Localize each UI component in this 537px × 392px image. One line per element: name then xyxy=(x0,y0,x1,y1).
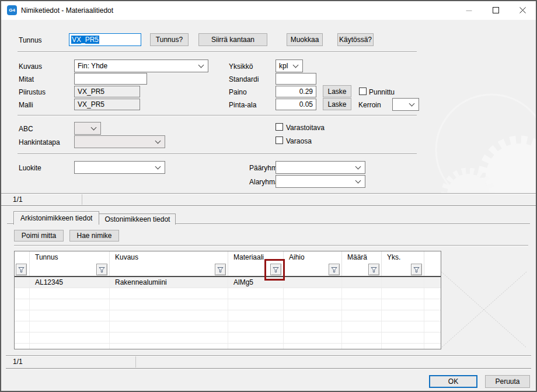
table-cell xyxy=(342,344,382,349)
table-cell xyxy=(15,277,30,288)
tab-arkistonimikkeen-tiedot[interactable]: Arkistonimikkeen tiedot xyxy=(13,211,99,225)
kerroin-select[interactable] xyxy=(392,98,419,111)
filter-button-Materiaali[interactable] xyxy=(270,264,281,275)
tab-ostonimikkeen-tiedot[interactable]: Ostonimikkeen tiedot xyxy=(99,214,176,225)
piirustus-field: VX_PR5 xyxy=(74,86,140,97)
poimi-mitta-button[interactable]: Poimi mitta xyxy=(14,230,64,242)
hankintatapa-select[interactable] xyxy=(74,135,165,148)
tunnus-help-button[interactable]: Tunnus? xyxy=(150,33,189,46)
table-cell xyxy=(30,288,110,299)
mitat-input[interactable] xyxy=(74,73,147,85)
chevron-down-icon xyxy=(355,178,361,184)
tunnus-input[interactable]: VX_PR5 xyxy=(69,33,141,46)
alaryhma-select[interactable] xyxy=(276,175,365,188)
items-table: TunnusKuvausMateriaaliAihioMääräYks. AL1… xyxy=(14,251,441,349)
titlebar: G4 Nimiketiedot - Materiaalitiedot xyxy=(1,1,536,20)
transfer-to-db-button[interactable]: Siirrä kantaan xyxy=(198,33,267,46)
varastoitava-checkbox[interactable] xyxy=(276,123,283,131)
table-cell xyxy=(284,332,342,343)
luokite-select[interactable] xyxy=(74,161,165,174)
table-cell xyxy=(110,288,228,299)
minimize-button[interactable] xyxy=(455,1,482,19)
in-use-button[interactable]: Käytössä? xyxy=(337,33,374,46)
varaosa-checkbox[interactable] xyxy=(276,136,283,144)
column-header-Yks.: Yks. xyxy=(382,251,424,263)
filter-button-Aihio[interactable] xyxy=(329,264,340,275)
filter-button-selector[interactable] xyxy=(16,264,27,275)
pinta-ala-input[interactable] xyxy=(276,99,316,110)
table-cell xyxy=(228,299,284,310)
filter-button-Tunnus[interactable] xyxy=(96,264,107,275)
window-controls xyxy=(455,1,536,19)
table-cell xyxy=(30,310,110,321)
standardi-input[interactable] xyxy=(276,73,316,85)
ok-button[interactable]: OK xyxy=(429,375,477,388)
tunnus-label: Tunnus xyxy=(19,36,42,44)
paino-label: Paino xyxy=(229,88,247,96)
filter-button-Määrä[interactable] xyxy=(368,264,379,275)
laske-paino-button[interactable]: Laske xyxy=(323,85,351,97)
maximize-icon xyxy=(493,7,499,13)
yksikko-select[interactable]: kpl xyxy=(276,60,303,72)
table-row[interactable]: AL12345RakennealumiiniAlMg5 xyxy=(15,277,441,288)
table-cell xyxy=(382,299,424,310)
table-cell xyxy=(342,299,382,310)
gears-watermark xyxy=(381,71,536,206)
abc-select[interactable] xyxy=(74,122,101,135)
tab-label: Arkistonimikkeen tiedot xyxy=(20,214,92,222)
table-cell: AL12345 xyxy=(30,277,110,288)
punnittu-checkbox[interactable] xyxy=(359,88,367,95)
alaryhma-label: Alaryhmä xyxy=(249,178,279,186)
table-row xyxy=(15,310,441,321)
column-header-Materiaali: Materiaali xyxy=(228,251,284,263)
column-header-Aihio: Aihio xyxy=(284,251,342,263)
page-title: Nimiketiedot - Materiaalitiedot xyxy=(21,1,113,20)
filter-cell xyxy=(110,263,228,276)
table-cell xyxy=(382,310,424,321)
column-header-selector xyxy=(15,251,30,263)
table-cell xyxy=(382,332,424,343)
table-cell xyxy=(30,332,110,343)
edit-button[interactable]: Muokkaa xyxy=(287,33,323,46)
table-cell xyxy=(110,332,228,343)
filter-icon xyxy=(371,267,377,273)
table-cell xyxy=(15,310,30,321)
filter-cell xyxy=(342,263,382,276)
varastoitava-label: Varastoitava xyxy=(286,124,325,132)
table-cell xyxy=(228,321,284,332)
paaryhma-select[interactable] xyxy=(276,161,365,174)
table-cell xyxy=(284,299,342,310)
kuvaus-select[interactable]: Fin: Yhde xyxy=(74,60,208,72)
kuvaus-value: Fin: Yhde xyxy=(78,62,107,70)
table-cell xyxy=(284,344,342,349)
table-cell xyxy=(228,332,284,343)
paino-input[interactable] xyxy=(276,86,316,97)
pager-divider xyxy=(135,356,136,368)
chevron-down-icon xyxy=(155,138,161,144)
table-cell xyxy=(342,288,382,299)
luokite-label: Luokite xyxy=(19,164,41,172)
table-cell xyxy=(15,344,30,349)
table-cell xyxy=(382,321,424,332)
empty-preview-placeholder xyxy=(440,271,528,349)
laske-pinta-ala-button[interactable]: Laske xyxy=(323,98,351,110)
table-cell xyxy=(30,321,110,332)
filter-button-Yks.[interactable] xyxy=(411,264,422,275)
cancel-button[interactable]: Peruuta xyxy=(485,375,530,388)
maximize-button[interactable] xyxy=(482,1,509,19)
close-button[interactable] xyxy=(509,1,536,19)
dialog-window: G4 Nimiketiedot - Materiaalitiedot Tunnu… xyxy=(0,0,537,392)
table-cell xyxy=(15,321,30,332)
table-cell xyxy=(15,299,30,310)
malli-label: Malli xyxy=(19,101,33,109)
filter-icon xyxy=(99,267,105,273)
filter-button-Kuvaus[interactable] xyxy=(215,264,226,275)
table-cell xyxy=(342,321,382,332)
table-row xyxy=(15,321,441,332)
hae-nimike-button[interactable]: Hae nimike xyxy=(69,230,119,242)
separator xyxy=(18,51,417,52)
chevron-down-icon xyxy=(293,62,299,68)
table-cell xyxy=(284,321,342,332)
table-cell xyxy=(30,299,110,310)
piirustus-label: Piirustus xyxy=(19,88,46,96)
